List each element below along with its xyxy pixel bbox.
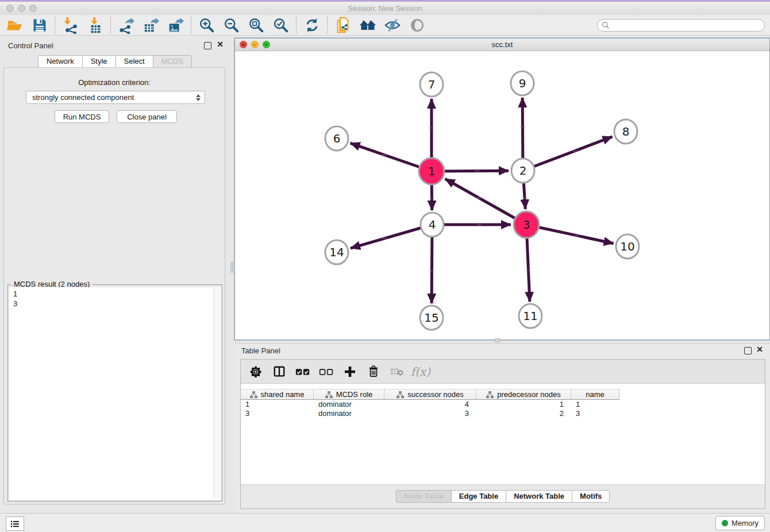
cell-shared-name[interactable]: 3 — [241, 409, 314, 418]
toolbar-separator — [110, 17, 111, 34]
vertical-splitter[interactable] — [230, 36, 234, 513]
zoom-selected-icon — [272, 17, 290, 34]
table-row[interactable]: 3dominator323 — [241, 409, 619, 418]
splitter-grip-icon — [230, 261, 233, 273]
cell-name[interactable]: 3 — [571, 409, 619, 418]
edge-label — [521, 126, 525, 128]
add-row-button[interactable] — [342, 364, 357, 379]
search-box[interactable] — [597, 19, 765, 32]
node-label-7: 7 — [428, 78, 436, 91]
search-input[interactable] — [612, 20, 764, 31]
column-header-predecessor-nodes[interactable]: predecessor nodes — [476, 389, 571, 400]
table-body: 1dominator4113dominator323 — [241, 400, 619, 418]
edge-label — [429, 127, 434, 129]
home-icon — [359, 17, 377, 33]
tab-network[interactable]: Network — [38, 55, 82, 68]
memory-button[interactable]: Memory — [715, 516, 765, 530]
show-hide-graphics-button[interactable] — [380, 16, 405, 34]
close-panel-button[interactable]: Close panel — [117, 110, 177, 123]
control-panel-header: Control Panel ✕ — [0, 40, 230, 53]
node-label-4: 4 — [429, 218, 436, 232]
run-mcds-button[interactable]: Run MCDS — [55, 110, 109, 123]
criterion-dropdown[interactable]: strongly connected component — [26, 91, 205, 104]
zoom-out-button[interactable] — [219, 16, 244, 34]
float-panel-icon[interactable] — [744, 347, 752, 354]
close-panel-icon[interactable]: ✕ — [217, 41, 224, 48]
cell-name[interactable]: 1 — [571, 400, 619, 409]
zoom-in-button[interactable] — [194, 16, 219, 34]
tab-motifs[interactable]: Motifs — [572, 490, 610, 503]
close-panel-icon[interactable]: ✕ — [756, 346, 763, 353]
network-canvas[interactable]: 7968124314101511 — [235, 51, 769, 340]
export-network-button[interactable] — [114, 16, 138, 34]
apply-function-button[interactable]: f(x) — [413, 364, 428, 379]
network-window-titlebar[interactable]: ✕ − + scc.txt — [235, 38, 769, 51]
edge-3-1[interactable] — [445, 179, 526, 225]
cell-MCDS-role[interactable]: dominator — [314, 409, 384, 418]
node-label-1: 1 — [428, 164, 436, 178]
list-icon — [10, 519, 20, 529]
column-label: shared name — [261, 390, 305, 399]
cell-shared-name[interactable]: 1 — [241, 400, 314, 409]
tab-mcds[interactable]: MCDS — [153, 55, 192, 68]
edge-4-14[interactable] — [351, 225, 432, 248]
tab-network-table[interactable]: Network Table — [506, 490, 572, 503]
cell-predecessor-nodes[interactable]: 2 — [476, 409, 571, 418]
tree-icon — [250, 391, 257, 398]
toolbar-separator — [327, 17, 328, 34]
status-bar: Memory — [0, 513, 770, 532]
zoom-fit-button[interactable] — [244, 16, 268, 34]
export-table-button[interactable] — [138, 16, 163, 34]
checked-boxes-icon — [295, 367, 310, 377]
table-options-button[interactable] — [248, 364, 263, 379]
control-panel: Control Panel ✕ NetworkStyleSelectMCDS O… — [0, 36, 230, 513]
column-header-successor-nodes[interactable]: successor nodes — [384, 389, 476, 400]
column-header-name[interactable]: name — [571, 389, 619, 400]
zoom-selected-button[interactable] — [268, 16, 293, 34]
float-panel-icon[interactable] — [204, 42, 211, 49]
column-header-shared-name[interactable]: shared name — [241, 389, 314, 400]
import-table-button[interactable] — [83, 16, 107, 34]
tab-style[interactable]: Style — [82, 55, 116, 68]
mcds-result-list[interactable]: 1 3 — [9, 287, 221, 500]
horizontal-splitter-grip[interactable] — [495, 338, 500, 342]
apply-layout-button[interactable] — [299, 16, 324, 34]
tab-edge-table[interactable]: Edge Table — [451, 490, 506, 503]
open-session-button[interactable] — [2, 16, 27, 34]
node-label-15: 15 — [424, 311, 438, 325]
column-browser-button[interactable] — [272, 364, 287, 379]
cell-successor-nodes[interactable]: 4 — [384, 400, 476, 409]
node-label-8: 8 — [622, 125, 630, 138]
zoom-out-icon — [223, 17, 240, 34]
plus-icon — [344, 365, 356, 378]
save-session-button[interactable] — [27, 16, 52, 34]
column-label: predecessor nodes — [497, 390, 561, 399]
edge-label — [526, 269, 531, 271]
delete-row-button[interactable] — [366, 364, 381, 379]
memory-label: Memory — [732, 519, 759, 527]
deselect-all-button[interactable] — [319, 364, 334, 379]
preview-button[interactable] — [405, 16, 429, 34]
edge-2-8[interactable] — [523, 137, 613, 171]
refresh-icon — [304, 17, 320, 33]
open-folder-icon — [6, 17, 24, 34]
table-row[interactable]: 1dominator411 — [241, 400, 619, 409]
cell-successor-nodes[interactable]: 3 — [384, 409, 476, 418]
edge-label — [477, 197, 482, 199]
import-network-button[interactable] — [58, 16, 83, 34]
export-image-button[interactable] — [163, 16, 188, 34]
gear-icon — [249, 365, 262, 378]
delete-table-button[interactable] — [390, 364, 405, 379]
tab-select[interactable]: Select — [116, 55, 153, 68]
tab-node-table[interactable]: Node Table — [396, 490, 451, 503]
mcds-result-group: MCDS result (2 nodes) 1 3 — [7, 284, 222, 502]
result-scrollbar[interactable] — [213, 288, 220, 499]
reset-view-button[interactable] — [355, 16, 380, 34]
column-header-MCDS-role[interactable]: MCDS role — [314, 389, 384, 400]
cell-MCDS-role[interactable]: dominator — [314, 400, 384, 409]
task-history-button[interactable] — [6, 516, 24, 531]
zoom-fit-icon — [248, 17, 265, 34]
cell-predecessor-nodes[interactable]: 1 — [476, 400, 571, 409]
network-from-file-button[interactable] — [330, 16, 355, 34]
select-all-button[interactable] — [295, 364, 310, 379]
